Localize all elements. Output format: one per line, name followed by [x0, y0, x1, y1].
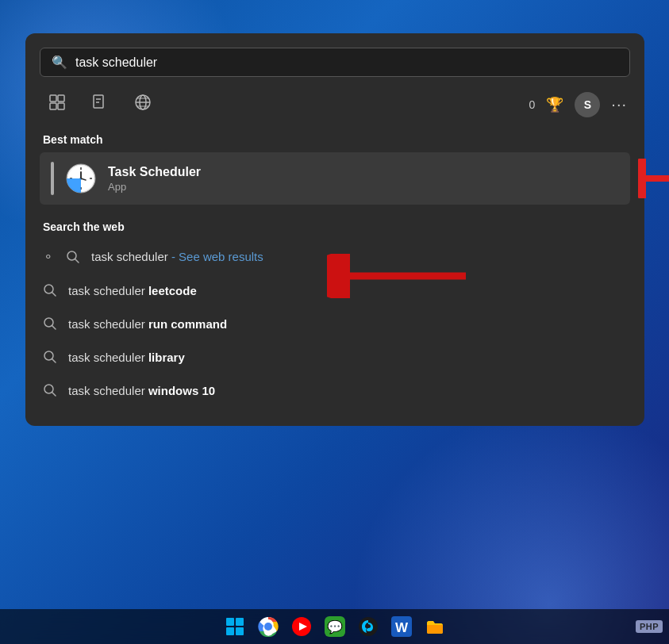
- app-name: Task Scheduler: [108, 165, 619, 179]
- svg-point-37: [265, 623, 271, 630]
- chrome-icon[interactable]: [254, 612, 283, 641]
- windows-start-button[interactable]: [221, 612, 249, 641]
- svg-rect-0: [50, 95, 56, 102]
- files-icon[interactable]: [421, 612, 449, 641]
- svg-rect-2: [50, 103, 56, 109]
- svg-point-42: [359, 617, 378, 636]
- web-item-4[interactable]: task scheduler library: [40, 340, 630, 374]
- avatar[interactable]: S: [575, 92, 600, 117]
- red-arrow: [638, 159, 669, 198]
- svg-text:W: W: [394, 620, 408, 635]
- youtube-icon[interactable]: [287, 612, 316, 641]
- web-item-5-text: task scheduler windows 10: [68, 384, 215, 397]
- svg-rect-4: [94, 95, 103, 108]
- web-item-3-text: task scheduler run command: [68, 317, 227, 331]
- web-item-5[interactable]: task scheduler windows 10: [40, 374, 630, 407]
- tab-apps[interactable]: [86, 90, 114, 119]
- trophy-icon: 🏆: [546, 96, 563, 113]
- web-item-4-text: task scheduler library: [68, 351, 185, 364]
- svg-line-32: [52, 359, 56, 363]
- web-item-2-text: task scheduler leetcode: [68, 284, 197, 297]
- svg-line-28: [52, 293, 56, 297]
- search-box-container: 🔍: [40, 48, 630, 77]
- svg-rect-3: [58, 103, 64, 109]
- tab-all[interactable]: [43, 90, 71, 119]
- app-icon: [65, 163, 97, 194]
- tab-web[interactable]: [129, 90, 157, 119]
- svg-line-34: [52, 393, 56, 397]
- edge-icon[interactable]: [354, 612, 383, 641]
- selection-indicator: [51, 162, 54, 195]
- svg-rect-1: [58, 95, 64, 102]
- search-icon-1: ⚬: [43, 249, 53, 264]
- best-match-label: Best match: [40, 133, 630, 146]
- windows-logo: [226, 618, 244, 635]
- search-input[interactable]: [75, 56, 618, 70]
- svg-text:💬: 💬: [327, 619, 343, 634]
- filter-row: 0 🏆 S ···: [40, 90, 630, 119]
- web-item-1-text: task scheduler - See web results: [91, 250, 263, 263]
- badge-count: 0: [529, 98, 536, 111]
- svg-line-26: [75, 259, 79, 263]
- messaging-icon[interactable]: 💬: [321, 612, 349, 641]
- taskbar-right: PHP: [636, 620, 663, 633]
- search-icon: 🔍: [52, 55, 67, 70]
- web-item-1[interactable]: ⚬ task scheduler - See web results: [40, 240, 630, 274]
- php-badge: PHP: [636, 620, 663, 633]
- taskbar-center: 💬 W: [221, 612, 449, 641]
- app-info: Task Scheduler App: [108, 165, 619, 193]
- search-panel: 🔍: [25, 33, 644, 426]
- filter-tabs: [43, 90, 529, 119]
- see-web-results: - See web results: [171, 250, 263, 263]
- filter-right: 0 🏆 S ···: [529, 92, 627, 117]
- more-button[interactable]: ···: [611, 95, 627, 113]
- taskbar: 💬 W PHP: [0, 609, 669, 644]
- bg-blob-2: [352, 406, 669, 644]
- web-search-label: Search the web: [40, 220, 630, 233]
- web-item-2[interactable]: task scheduler leetcode: [40, 274, 630, 307]
- web-item-3[interactable]: task scheduler run command: [40, 307, 630, 340]
- app-subtitle: App: [108, 181, 619, 193]
- best-match-item[interactable]: Task Scheduler App: [40, 152, 630, 205]
- word-icon[interactable]: W: [387, 612, 416, 641]
- svg-line-30: [52, 326, 56, 330]
